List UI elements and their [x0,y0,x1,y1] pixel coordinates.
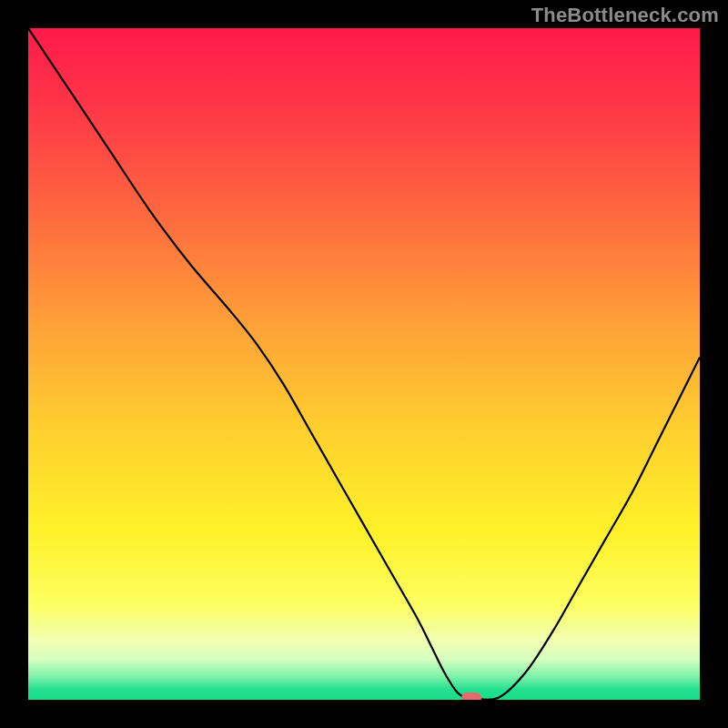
svg-rect-0 [28,28,700,700]
chart-container: TheBottleneck.com [0,0,728,728]
watermark-text: TheBottleneck.com [531,4,719,27]
gradient-background [28,28,700,700]
optimum-marker [461,693,481,700]
plot-area [28,28,700,700]
